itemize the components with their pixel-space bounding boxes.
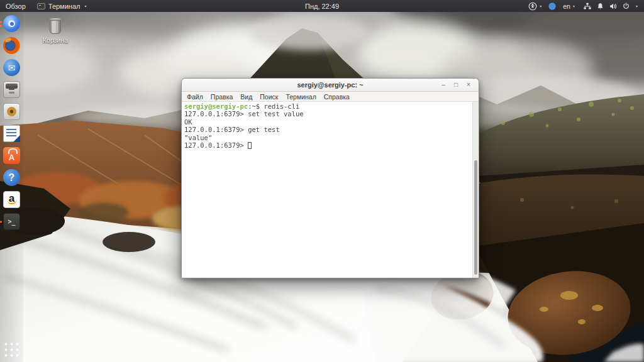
show-applications-grid-icon[interactable] — [4, 342, 19, 358]
menu-item-1[interactable]: Правка — [207, 93, 236, 101]
terminal-window: sergiy@sergiy-pc: ~ – □ × ФайлПравкаВидП… — [181, 78, 479, 278]
thunderbird-icon — [3, 59, 20, 76]
clock[interactable]: Пнд, 22:49 — [299, 0, 345, 12]
menu-item-0[interactable]: Файл — [183, 93, 207, 101]
dock-item-firefox[interactable] — [3, 37, 20, 54]
chevron-down-icon: ▾ — [573, 4, 575, 8]
terminal-line: 127.0.0.1:6379> — [184, 141, 471, 149]
rhythmbox-speaker-icon — [3, 103, 20, 120]
dock-item-rhythmbox[interactable] — [3, 103, 20, 120]
libreoffice-writer-icon — [3, 125, 20, 142]
menu-item-2[interactable]: Вид — [236, 93, 256, 101]
chevron-down-icon: ▾ — [84, 4, 86, 8]
keyboard-layout-label: en — [563, 3, 570, 10]
terminal-line: 127.0.0.1:6379> set test value — [184, 110, 471, 118]
clock-label: Пнд, 22:49 — [305, 3, 339, 10]
terminal-line: 127.0.0.1:6379> get test — [184, 126, 471, 133]
app-menu-terminal[interactable]: Терминал ▾ — [31, 0, 92, 12]
menu-item-5[interactable]: Справка — [320, 93, 353, 101]
chevron-down-icon: ▾ — [540, 4, 541, 8]
top-bar: Обзор Терминал ▾ Пнд, 22:49 ▾ — [0, 0, 644, 12]
chevron-down-icon: ▾ — [636, 4, 638, 8]
desktop: Обзор Терминал ▾ Пнд, 22:49 ▾ — [0, 0, 644, 362]
help-question-icon — [3, 169, 20, 186]
accessibility-icon — [528, 2, 537, 11]
terminal-mini-icon — [37, 3, 45, 9]
window-title: sergiy@sergiy-pc: ~ — [297, 81, 363, 89]
app-menu-label: Терминал — [48, 3, 80, 10]
trash-desktop-icon[interactable]: Корзина — [31, 18, 79, 44]
activities-button[interactable]: Обзор — [0, 0, 31, 12]
menu-item-4[interactable]: Терминал — [282, 93, 319, 101]
dock-item-thunderbird[interactable] — [3, 59, 20, 76]
chromium-icon — [3, 15, 20, 32]
keyboard-layout-menu[interactable]: en ▾ — [560, 0, 578, 12]
terminal-line: "value" — [184, 134, 471, 141]
terminal-scrollbar[interactable] — [472, 102, 479, 278]
app-indicator[interactable] — [545, 0, 560, 12]
amazon-icon — [3, 191, 20, 208]
trash-can-icon — [48, 18, 62, 35]
minimize-button[interactable]: – — [437, 82, 450, 88]
dock-item-files[interactable] — [3, 81, 20, 98]
running-indicator — [0, 221, 2, 222]
terminal-output[interactable]: sergiy@sergiy-pc:~$ redis-cli127.0.0.1:6… — [184, 102, 471, 278]
menu-item-3[interactable]: Поиск — [256, 93, 282, 101]
terminal-line: OK — [184, 118, 471, 126]
window-titlebar[interactable]: sergiy@sergiy-pc: ~ – □ × — [182, 79, 479, 92]
terminal-line: sergiy@sergiy-pc:~$ redis-cli — [184, 102, 471, 110]
firefox-icon — [3, 37, 20, 54]
menu-bar: ФайлПравкаВидПоискТерминалСправка — [182, 92, 479, 102]
activities-label: Обзор — [6, 3, 26, 10]
dock-item-chromium[interactable] — [3, 15, 20, 32]
dock-item-amazon[interactable] — [3, 191, 20, 208]
dock-item-software[interactable] — [3, 147, 20, 164]
terminal-body: sergiy@sergiy-pc:~$ redis-cli127.0.0.1:6… — [182, 102, 479, 278]
terminal-icon — [3, 213, 20, 230]
dock-item-writer[interactable] — [3, 125, 20, 142]
blue-app-indicator-icon — [548, 2, 557, 11]
network-icon — [583, 2, 592, 11]
running-indicator — [0, 21, 2, 26]
power-icon — [622, 2, 630, 10]
dock-item-terminal[interactable] — [3, 213, 20, 230]
dock-item-help[interactable] — [3, 169, 20, 186]
dock-items — [3, 15, 20, 230]
maximize-button[interactable]: □ — [450, 82, 462, 88]
ubuntu-software-icon — [3, 147, 20, 164]
terminal-cursor — [248, 142, 252, 149]
bell-icon — [596, 2, 604, 11]
speaker-icon — [609, 2, 618, 11]
system-status-menu[interactable]: ▾ — [578, 0, 644, 12]
file-cabinet-icon — [3, 81, 20, 98]
trash-label: Корзина — [43, 36, 68, 44]
window-controls: – □ × — [437, 79, 475, 91]
dock — [0, 12, 23, 362]
accessibility-menu[interactable]: ▾ — [525, 0, 545, 12]
close-button[interactable]: × — [462, 82, 475, 88]
scrollbar-thumb[interactable] — [474, 160, 477, 275]
